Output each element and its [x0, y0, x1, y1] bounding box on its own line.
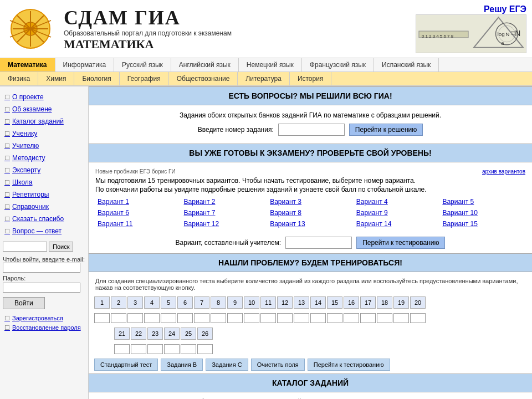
- num-24[interactable]: 24: [164, 328, 180, 340]
- num-21[interactable]: 21: [114, 328, 130, 340]
- restore-link[interactable]: Восстановление пароля: [3, 323, 85, 332]
- login-button[interactable]: Войти: [3, 297, 45, 309]
- standard-test-btn[interactable]: Стандартный тест: [94, 359, 158, 371]
- num-16[interactable]: 16: [344, 296, 359, 309]
- variant-9[interactable]: Вариант 9: [354, 208, 439, 218]
- input-4[interactable]: [144, 313, 160, 323]
- num-8[interactable]: 8: [211, 296, 226, 309]
- nav-math[interactable]: Математика: [0, 58, 55, 71]
- input-2[interactable]: [111, 313, 126, 323]
- input-18[interactable]: [377, 313, 392, 323]
- input-16[interactable]: [344, 313, 359, 323]
- sidebar-item-expert[interactable]: Эксперту: [3, 164, 85, 176]
- nav-russian[interactable]: Русский язык: [114, 58, 171, 71]
- input-1[interactable]: [94, 313, 110, 323]
- variant-11[interactable]: Вариант 11: [95, 219, 181, 229]
- input-3[interactable]: [127, 313, 143, 323]
- input-22[interactable]: [131, 344, 146, 354]
- num-10[interactable]: 10: [244, 296, 259, 309]
- variant-14[interactable]: Вариант 14: [354, 219, 439, 229]
- archive-link[interactable]: архив вариантов: [482, 168, 525, 175]
- input-17[interactable]: [360, 313, 376, 323]
- input-7[interactable]: [194, 313, 209, 323]
- num-25[interactable]: 25: [181, 328, 196, 340]
- num-14[interactable]: 14: [310, 296, 326, 309]
- sidebar-item-about-project[interactable]: О проекте: [3, 91, 85, 103]
- num-17[interactable]: 17: [360, 296, 376, 309]
- num-13[interactable]: 13: [294, 296, 309, 309]
- go-to-testing-btn[interactable]: Перейти к тестированию: [356, 237, 445, 249]
- sidebar-item-teacher[interactable]: Учителю: [3, 140, 85, 152]
- variant-13[interactable]: Вариант 13: [268, 219, 353, 229]
- input-8[interactable]: [211, 313, 226, 323]
- num-3[interactable]: 3: [127, 296, 143, 309]
- num-7[interactable]: 7: [194, 296, 209, 309]
- nav-english[interactable]: Английский язык: [171, 58, 239, 71]
- input-15[interactable]: [327, 313, 342, 323]
- num-9[interactable]: 9: [227, 296, 243, 309]
- variant-5[interactable]: Вариант 5: [440, 197, 525, 207]
- variant-12[interactable]: Вариант 12: [182, 219, 267, 229]
- num-18[interactable]: 18: [377, 296, 392, 309]
- input-23[interactable]: [147, 344, 163, 354]
- teacher-variant-input[interactable]: [285, 237, 352, 249]
- num-22[interactable]: 22: [131, 328, 146, 340]
- search-button[interactable]: Поиск: [49, 242, 73, 252]
- num-11[interactable]: 11: [260, 296, 276, 309]
- sidebar-item-catalog[interactable]: Каталог заданий: [3, 115, 85, 127]
- sidebar-item-methodist[interactable]: Методисту: [3, 152, 85, 164]
- nav-geography[interactable]: География: [120, 72, 169, 85]
- input-9[interactable]: [227, 313, 243, 323]
- variant-2[interactable]: Вариант 2: [182, 197, 267, 207]
- num-6[interactable]: 6: [177, 296, 193, 309]
- nav-spanish[interactable]: Испанский язык: [374, 58, 439, 71]
- num-23[interactable]: 23: [147, 328, 163, 340]
- num-5[interactable]: 5: [161, 296, 176, 309]
- register-link[interactable]: Зарегистроваться: [3, 314, 85, 323]
- input-25[interactable]: [181, 344, 196, 354]
- num-12[interactable]: 12: [277, 296, 293, 309]
- reshu-ege-link[interactable]: Решу ЕГЭ: [484, 4, 526, 14]
- sidebar-item-school[interactable]: Школа: [3, 176, 85, 188]
- tasks-c-btn[interactable]: Задания С: [206, 359, 248, 371]
- password-field[interactable]: [3, 283, 80, 293]
- input-5[interactable]: [161, 313, 176, 323]
- sidebar-item-student[interactable]: Ученику: [3, 127, 85, 140]
- num-4[interactable]: 4: [144, 296, 160, 309]
- nav-history[interactable]: История: [290, 72, 332, 85]
- nav-chemistry[interactable]: Химия: [38, 72, 74, 85]
- nav-physics[interactable]: Физика: [0, 72, 38, 85]
- nav-social[interactable]: Обществознание: [169, 72, 238, 85]
- num-1[interactable]: 1: [94, 296, 110, 309]
- variant-1[interactable]: Вариант 1: [95, 197, 181, 207]
- sidebar-item-thanks[interactable]: Сказать спасибо: [3, 213, 85, 225]
- variant-3[interactable]: Вариант 3: [268, 197, 353, 207]
- input-19[interactable]: [393, 313, 409, 323]
- input-13[interactable]: [294, 313, 309, 323]
- tasks-b-btn[interactable]: Задания В: [161, 359, 203, 371]
- num-20[interactable]: 20: [410, 296, 426, 309]
- search-input[interactable]: [3, 242, 47, 252]
- task-number-input[interactable]: [278, 124, 345, 136]
- sidebar-item-reference[interactable]: Справочник: [3, 201, 85, 213]
- input-20[interactable]: [410, 313, 426, 323]
- input-21[interactable]: [114, 344, 130, 354]
- email-field[interactable]: [3, 263, 80, 273]
- input-24[interactable]: [164, 344, 180, 354]
- input-14[interactable]: [310, 313, 326, 323]
- sidebar-item-qa[interactable]: Вопрос — ответ: [3, 225, 85, 237]
- input-10[interactable]: [244, 313, 259, 323]
- nav-informatics[interactable]: Информатика: [55, 58, 115, 71]
- num-15[interactable]: 15: [327, 296, 342, 309]
- variant-7[interactable]: Вариант 7: [182, 208, 267, 218]
- num-26[interactable]: 26: [197, 328, 213, 340]
- sidebar-item-about-exam[interactable]: Об экзамене: [3, 103, 85, 115]
- input-11[interactable]: [260, 313, 276, 323]
- variant-8[interactable]: Вариант 8: [268, 208, 353, 218]
- go-to-solution-btn[interactable]: Перейти к решению: [349, 124, 423, 136]
- input-12[interactable]: [277, 313, 293, 323]
- go-testing-btn[interactable]: Перейти к тестированию: [308, 359, 390, 371]
- num-2[interactable]: 2: [111, 296, 126, 309]
- input-26[interactable]: [197, 344, 213, 354]
- variant-4[interactable]: Вариант 4: [354, 197, 439, 207]
